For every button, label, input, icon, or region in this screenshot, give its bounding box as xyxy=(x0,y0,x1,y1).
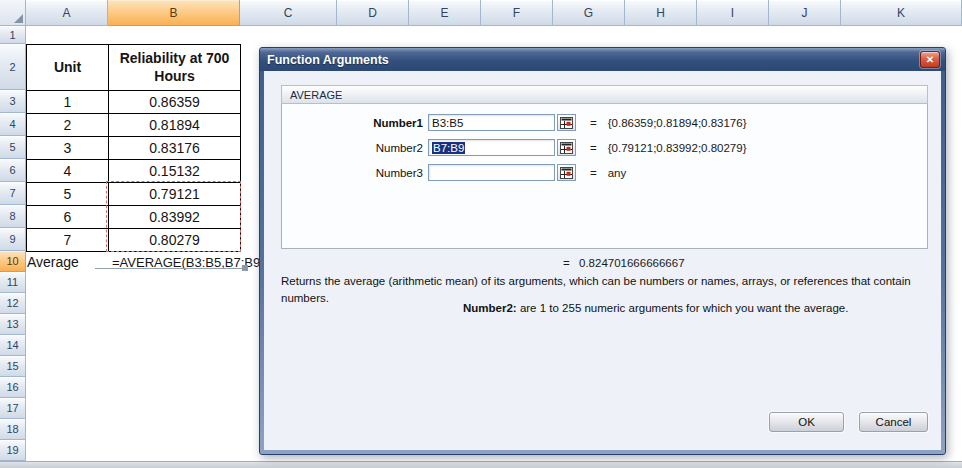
cell-B8[interactable]: 0.83992 xyxy=(109,206,241,229)
cell-B7[interactable]: 0.79121 xyxy=(109,183,241,206)
range-selector-icon[interactable] xyxy=(557,114,576,131)
equals-sign: = xyxy=(590,167,597,179)
excel-window: ABCDEFGHIJK 1234567891011121314151617181… xyxy=(0,0,962,468)
number2-row: Number2 B7:B9 = {0.79121;0.83992;0.80279… xyxy=(290,139,747,156)
argument-help-label: Number2: xyxy=(463,302,517,314)
row-header-15[interactable]: 15 xyxy=(0,356,26,377)
row-header-17[interactable]: 17 xyxy=(0,398,26,419)
number1-row: Number1 B3:B5 = {0.86359;0.81894;0.83176… xyxy=(290,114,747,131)
cell-B3[interactable]: 0.86359 xyxy=(109,91,241,114)
sheet-bottom-edge xyxy=(0,461,962,468)
cell-B9[interactable]: 0.80279 xyxy=(109,229,241,252)
number3-input[interactable] xyxy=(428,164,555,181)
range-selector-icon[interactable] xyxy=(557,164,576,181)
row-header-4[interactable]: 4 xyxy=(0,113,26,136)
row-header-13[interactable]: 13 xyxy=(0,314,26,335)
equals-sign: = xyxy=(590,117,597,129)
column-header-e[interactable]: E xyxy=(409,0,481,26)
row-header-8[interactable]: 8 xyxy=(0,205,26,228)
table-row: 50.79121 xyxy=(27,183,241,206)
row-header-14[interactable]: 14 xyxy=(0,335,26,356)
result-equals-sign: = xyxy=(563,257,570,269)
select-all-corner[interactable] xyxy=(0,0,26,26)
formula-underline xyxy=(95,268,247,269)
equals-sign: = xyxy=(590,142,597,154)
cell-A3[interactable]: 1 xyxy=(27,91,109,114)
row-header-1[interactable]: 1 xyxy=(0,26,26,44)
cell-B4[interactable]: 0.81894 xyxy=(109,114,241,137)
function-name-header: AVERAGE xyxy=(281,85,928,104)
range-selector-glyph xyxy=(560,142,573,154)
row-header-9[interactable]: 9 xyxy=(0,228,26,251)
reliability-table: Unit Reliability at 700 Hours 10.8635920… xyxy=(26,44,241,252)
row-header-18[interactable]: 18 xyxy=(0,419,26,440)
table-row: 30.83176 xyxy=(27,137,241,160)
close-icon[interactable]: ✕ xyxy=(920,51,940,68)
row-header-bar: 12345678910111213141516171819 xyxy=(0,26,26,461)
column-header-h[interactable]: H xyxy=(625,0,697,26)
row-header-11[interactable]: 11 xyxy=(0,272,26,293)
cell-A8[interactable]: 6 xyxy=(27,206,109,229)
cell-A9[interactable]: 7 xyxy=(27,229,109,252)
column-header-a[interactable]: A xyxy=(26,0,108,26)
dialog-body: AVERAGE Number1 B3:B5 = {0.86359;0.81894… xyxy=(264,71,941,450)
row-header-3[interactable]: 3 xyxy=(0,90,26,113)
range-selector-icon[interactable] xyxy=(557,139,576,156)
table-row: 60.83992 xyxy=(27,206,241,229)
column-header-j[interactable]: J xyxy=(769,0,841,26)
cell-B5[interactable]: 0.83176 xyxy=(109,137,241,160)
number3-row: Number3 = any xyxy=(290,164,626,181)
row-header-16[interactable]: 16 xyxy=(0,377,26,398)
cell-A7[interactable]: 5 xyxy=(27,183,109,206)
cell-A10-average[interactable]: Average xyxy=(27,252,79,272)
ok-button[interactable]: OK xyxy=(769,412,844,432)
function-arguments-dialog: Function Arguments ✕ AVERAGE Number1 B3:… xyxy=(259,47,946,455)
formula-fill-handle[interactable] xyxy=(242,265,248,271)
row-header-19[interactable]: 19 xyxy=(0,440,26,461)
number2-input[interactable]: B7:B9 xyxy=(428,139,555,156)
row-header-2[interactable]: 2 xyxy=(0,44,26,90)
cell-B6[interactable]: 0.15132 xyxy=(109,160,241,183)
number1-result: {0.86359;0.81894;0.83176} xyxy=(608,117,747,129)
range-selector-glyph xyxy=(560,167,573,179)
dialog-title: Function Arguments xyxy=(267,53,389,67)
table-row: 70.80279 xyxy=(27,229,241,252)
number1-input[interactable]: B3:B5 xyxy=(428,114,555,131)
column-header-k[interactable]: K xyxy=(841,0,962,26)
table-header-unit[interactable]: Unit xyxy=(27,45,109,91)
column-header-i[interactable]: I xyxy=(697,0,769,26)
column-header-c[interactable]: C xyxy=(240,0,337,26)
row-header-6[interactable]: 6 xyxy=(0,159,26,182)
column-header-bar: ABCDEFGHIJK xyxy=(0,0,962,26)
row-header-10[interactable]: 10 xyxy=(0,251,26,272)
cell-A5[interactable]: 3 xyxy=(27,137,109,160)
number2-value-selected: B7:B9 xyxy=(432,142,465,154)
argument-help-text: are 1 to 255 numeric arguments for which… xyxy=(520,302,849,314)
table-row: 20.81894 xyxy=(27,114,241,137)
number1-value: B3:B5 xyxy=(432,117,463,129)
number3-result: any xyxy=(608,167,627,179)
column-header-b[interactable]: B xyxy=(108,0,240,26)
row-header-7[interactable]: 7 xyxy=(0,182,26,205)
cell-A6[interactable]: 4 xyxy=(27,160,109,183)
formula-result-value: 0.824701666666667 xyxy=(579,257,685,269)
table-header-reliability[interactable]: Reliability at 700 Hours xyxy=(109,45,241,91)
column-header-g[interactable]: G xyxy=(553,0,625,26)
column-header-f[interactable]: F xyxy=(481,0,553,26)
cell-A4[interactable]: 2 xyxy=(27,114,109,137)
row-header-12[interactable]: 12 xyxy=(0,293,26,314)
number2-label: Number2 xyxy=(290,142,428,154)
argument-help: Number2: are 1 to 255 numeric arguments … xyxy=(463,302,848,314)
range-selector-glyph xyxy=(560,117,573,129)
cancel-button[interactable]: Cancel xyxy=(859,412,928,432)
row-header-5[interactable]: 5 xyxy=(0,136,26,159)
table-row: 10.86359 xyxy=(27,91,241,114)
table-row: 40.15132 xyxy=(27,160,241,183)
column-header-d[interactable]: D xyxy=(337,0,409,26)
dialog-titlebar[interactable]: Function Arguments xyxy=(260,48,945,71)
number1-label: Number1 xyxy=(290,117,428,129)
number3-label: Number3 xyxy=(290,167,428,179)
number2-result: {0.79121;0.83992;0.80279} xyxy=(608,142,747,154)
